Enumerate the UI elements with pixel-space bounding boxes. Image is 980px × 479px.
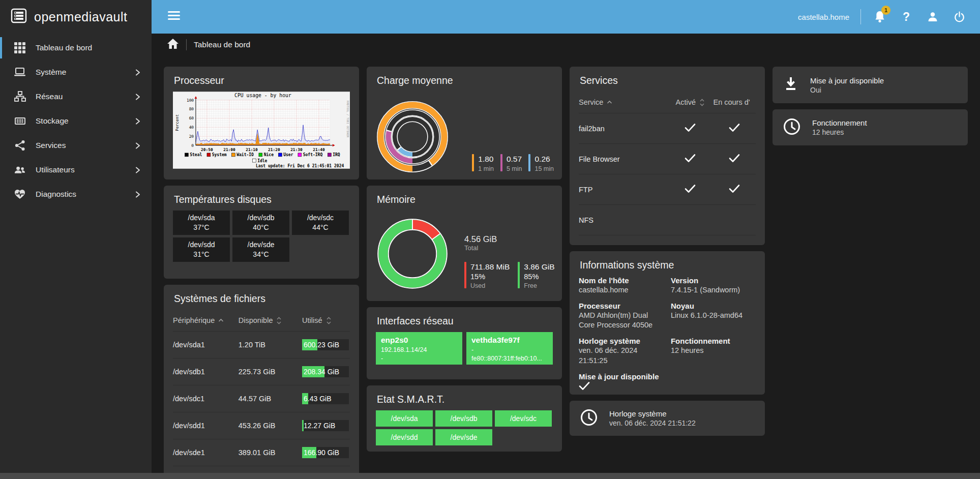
card-disk-temperatures: Températures disques /dev/sda37°C/dev/sd… [164,186,359,279]
memory-free-color-bar [518,262,520,288]
disk-temperature-tile: /dev/sdd31°C [173,237,230,262]
service-name: File Browser [579,155,667,163]
sidebar-item-stockage[interactable]: Stockage [0,109,152,133]
memory-donut-chart [373,214,452,293]
hamburger-menu-icon[interactable] [165,8,183,25]
notifications-bell-icon[interactable]: 1 [872,9,887,24]
disk-temperature-tile: /dev/sda37°C [173,211,230,235]
load-average-values: 1.801 min0.575 min0.2615 min [472,154,554,173]
column-header-p-riph-rique[interactable]: Périphérique [173,316,239,324]
sysinfo-value: 7.4.15-1 (Sandworm) [671,285,756,295]
disk-temp-value: 40°C [253,223,269,232]
users-icon [14,164,26,176]
memory-total-label: Total [464,244,497,252]
filesystem-available: 225.73 GiB [239,368,302,376]
breadcrumb-divider [186,39,187,50]
clock-icon [783,117,801,138]
load-metric-value: 0.57 [507,154,522,164]
sysinfo-field: Version7.4.15-1 (Sandworm) [671,276,756,295]
home-icon[interactable] [167,38,179,51]
filesystem-used-value: 600.23 GiB [302,341,339,349]
memory-used-color-bar [464,262,466,288]
svg-text:60: 60 [189,116,194,121]
sidebar-item-r-seau[interactable]: Réseau [0,84,152,109]
sidebar-item-label: Stockage [36,116,134,126]
load-metric-text: 0.575 min [507,154,522,173]
update-available-title: Mise à jour disponible [810,76,884,85]
card-services-title: Services [580,75,756,86]
filesystem-used-value: 208.34 GiB [302,368,339,376]
load-metric-label: 15 min [534,165,554,174]
card-update-available: Mise à jour disponible Oui [773,67,968,103]
disk-temperature-tile: /dev/sdc44°C [292,211,349,235]
filesystem-row: /dev/sdb1225.73 GiB208.34 GiB [173,358,350,385]
sidebar-item-label: Réseau [36,92,134,101]
sysinfo-field: Fonctionnement12 heures [671,337,756,365]
disk-temperature-tiles: /dev/sda37°C/dev/sdb40°C/dev/sdc44°C/dev… [173,211,350,262]
filesystem-device: /dev/sde1 [173,448,239,457]
column-header-activ-[interactable]: Activé [667,98,713,106]
card-filesystems: Systèmes de fichiers PériphériqueDisponi… [164,285,359,479]
power-icon[interactable] [952,9,967,24]
page-title: Tableau de bord [194,40,250,49]
sidebar-item-label: Tableau de bord [36,43,141,52]
disk-temp-value: 31°C [193,250,209,259]
service-row: fail2ban [579,113,756,144]
column-header-disponible[interactable]: Disponible [239,316,302,324]
memory-free-text: 3.86 GiB85%Free [524,262,554,290]
main-content: Tableau de bord Processeur 0204060801002… [152,34,980,479]
diagnostics-icon [14,188,26,200]
svg-text:Nice: Nice [264,152,274,157]
chevron-right-icon [134,93,141,100]
check-icon [729,184,740,193]
network-interface-tile: enp2s0192.168.1.14/24- [376,332,462,365]
svg-text:System: System [212,153,227,157]
filesystem-device: /dev/sda1 [173,341,239,349]
omv-dashboard: openmediavault Tableau de bordSystèmeRés… [0,0,980,479]
svg-text:21:10: 21:10 [246,147,258,152]
sidebar-item-diagnostics[interactable]: Diagnostics [0,182,152,206]
card-services: Services ServiceActivéEn cours d'fail2ba… [570,67,765,245]
uptime-title: Fonctionnement [812,118,867,127]
sidebar-item-services[interactable]: Services [0,133,152,158]
service-running-check [713,184,756,195]
svg-text:Idle: Idle [257,159,267,163]
service-enabled-check [667,154,713,164]
load-metric: 0.2615 min [528,154,554,173]
sidebar-item-syst-me[interactable]: Système [0,60,152,84]
filesystem-device: /dev/sdb1 [173,368,239,376]
sidebar-nav: Tableau de bordSystèmeRéseauStockageServ… [0,34,152,206]
sysinfo-value: castellab.home [579,285,671,295]
uptime-value: 12 heures [812,128,867,136]
card-network-interfaces: Interfaces réseau enp2s0192.168.1.14/24-… [367,307,562,379]
svg-text:20:50: 20:50 [201,147,213,152]
sidebar-item-label: Utilisateurs [36,165,134,174]
sysinfo-field: Horloge systèmeven. 06 déc. 2024 21:51:2… [579,337,671,365]
memory-total: 4.56 GiB Total [464,234,497,252]
column-header-utilis-[interactable]: Utilisé [302,316,350,324]
svg-text:21:40: 21:40 [313,147,325,152]
sidebar-item-tableau-de-bord[interactable]: Tableau de bord [0,36,152,60]
service-row: FTP [579,174,756,205]
memory-total-value: 4.56 GiB [464,234,497,244]
help-icon[interactable]: ? [899,9,914,24]
dashboard-grid-icon [14,42,26,54]
card-memory-title: Mémoire [377,194,553,205]
disk-temp-value: 34°C [253,250,269,259]
services-table-header: ServiceActivéEn cours d' [579,92,756,113]
filesystem-row: /dev/sdd1453.26 GiB12.27 GiB [173,412,350,439]
load-metric-text: 0.2615 min [534,154,554,173]
network-interface-tiles: enp2s0192.168.1.14/24-vethda3fe97f-fe80:… [376,332,553,365]
column-header-service[interactable]: Service [579,98,667,106]
service-enabled-check [667,123,713,134]
user-menu-icon[interactable] [925,9,940,24]
dashboard-grid: Processeur 02040608010020:5021:0021:1021… [152,56,980,479]
memory-used-free: 711.88 MiB15%Used3.86 GiB85%Free [464,262,555,290]
column-header-en-cours-d-[interactable]: En cours d' [713,98,756,106]
load-metric-label: 1 min [478,165,494,174]
horizontal-scrollbar[interactable] [0,473,980,479]
column-label: Utilisé [302,316,322,324]
sysinfo-label: Noyau [671,302,756,310]
filesystem-available: 389.01 GiB [239,448,302,457]
sidebar-item-utilisateurs[interactable]: Utilisateurs [0,158,152,182]
